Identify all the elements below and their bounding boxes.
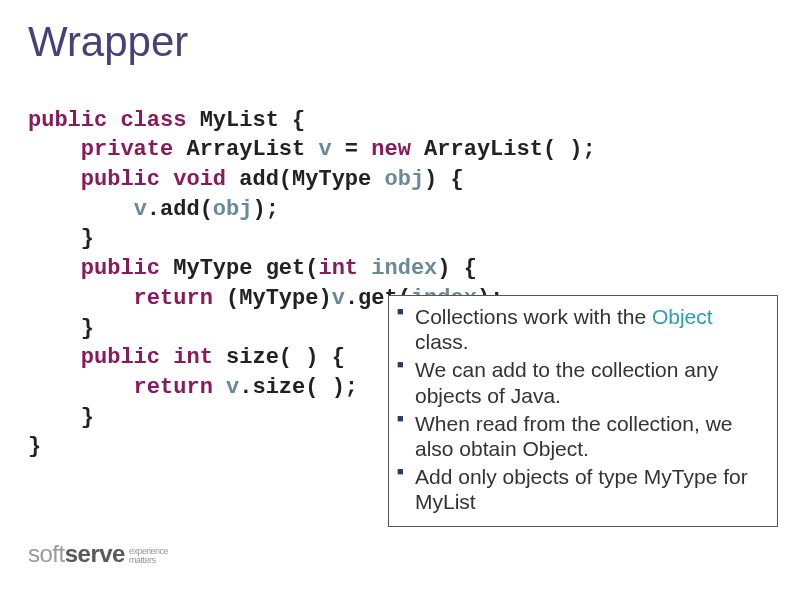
code-token: return [28, 375, 213, 400]
code-token: .add( [147, 197, 213, 222]
code-token: (MyType) [213, 286, 332, 311]
code-token: public int [28, 345, 213, 370]
code-token: new [371, 137, 411, 162]
code-token: } [28, 405, 94, 430]
code-token: v [332, 286, 345, 311]
code-token: add(MyType [226, 167, 384, 192]
code-token: } [28, 434, 41, 459]
info-text: Collections work with the [415, 305, 652, 328]
code-token: int [318, 256, 358, 281]
code-token: ArrayList( ); [411, 137, 596, 162]
code-token: MyList { [186, 108, 305, 133]
code-token: obj [384, 167, 424, 192]
info-text: class. [415, 330, 469, 353]
code-token: } [28, 226, 94, 251]
code-token [213, 375, 226, 400]
list-item: When read from the collection, we also o… [397, 411, 767, 461]
code-token: public class [28, 108, 186, 133]
code-token: ) { [424, 167, 464, 192]
code-token: .size( ); [239, 375, 358, 400]
code-token: index [371, 256, 437, 281]
code-token: = [332, 137, 372, 162]
code-token: ); [252, 197, 278, 222]
code-token: public [28, 256, 160, 281]
code-token: v [134, 197, 147, 222]
code-token: return [28, 286, 213, 311]
softserve-logo: softserveexperiencematters [28, 540, 168, 568]
logo-part-soft: soft [28, 540, 65, 567]
code-token [358, 256, 371, 281]
code-token: v [226, 375, 239, 400]
code-token: ) { [437, 256, 477, 281]
code-token: obj [213, 197, 253, 222]
code-token: v [318, 137, 331, 162]
code-token: private [28, 137, 173, 162]
logo-tagline: experiencematters [129, 547, 168, 565]
code-token: MyType get( [160, 256, 318, 281]
code-token: ArrayList [173, 137, 318, 162]
logo-part-serve: serve [65, 540, 125, 567]
list-item: Add only objects of type MyType for MyLi… [397, 464, 767, 514]
slide-title: Wrapper [0, 0, 800, 76]
code-token: size( ) { [213, 345, 345, 370]
info-box: Collections work with the Object class. … [388, 295, 778, 527]
list-item: Collections work with the Object class. [397, 304, 767, 354]
code-token: public void [28, 167, 226, 192]
code-token: } [28, 316, 94, 341]
code-token [28, 197, 134, 222]
info-highlight: Object [652, 305, 713, 328]
list-item: We can add to the collection any objects… [397, 357, 767, 407]
